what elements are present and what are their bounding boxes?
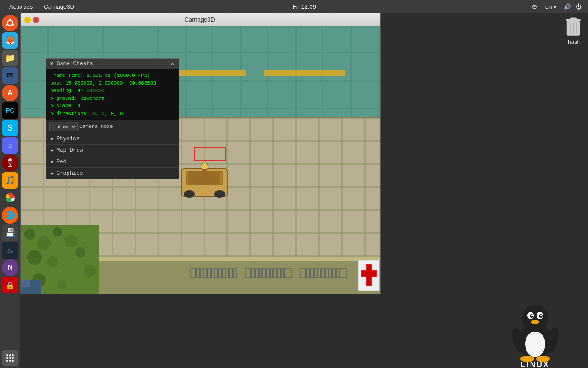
svg-point-98 xyxy=(531,320,539,324)
mapdraw-arrow: ► xyxy=(51,148,54,153)
svg-point-13 xyxy=(6,360,8,362)
cheat-titlebar[interactable]: ▼ Game Cheats × xyxy=(46,59,179,69)
svg-point-27 xyxy=(27,250,42,264)
svg-point-29 xyxy=(75,247,85,258)
dock-steam-icon[interactable]: ♨ xyxy=(2,242,18,259)
svg-rect-51 xyxy=(254,269,256,278)
svg-point-10 xyxy=(6,357,8,359)
cheat-info-panel: Frame Time: 1.000 ms (1000.0 FPS) pos: 1… xyxy=(46,69,179,120)
cheat-menu-ped[interactable]: ► Ped xyxy=(46,156,179,167)
svg-point-81 xyxy=(201,163,208,170)
trash-container[interactable]: Trash xyxy=(562,16,584,45)
dock-appstore-icon[interactable]: A xyxy=(2,85,18,101)
dock-drive-icon[interactable]: 💾 xyxy=(2,224,18,241)
svg-point-32 xyxy=(57,280,67,289)
minimize-button[interactable]: − xyxy=(24,17,31,23)
svg-rect-36 xyxy=(99,257,380,261)
game-window-title: Carnage3D xyxy=(39,16,360,23)
svg-point-12 xyxy=(12,357,14,359)
cheat-controls: Follow Camera mode xyxy=(46,120,179,133)
svg-point-3 xyxy=(12,24,14,26)
svg-point-2 xyxy=(9,19,11,21)
dock-contacts-icon[interactable]: N xyxy=(2,259,18,276)
dock-apps-grid-icon[interactable] xyxy=(2,350,18,366)
svg-point-25 xyxy=(53,227,62,236)
svg-point-96 xyxy=(531,315,533,316)
cheat-close-button[interactable]: × xyxy=(170,61,175,67)
svg-rect-63 xyxy=(313,269,315,278)
network-icon[interactable]: ⊙ xyxy=(531,2,539,11)
game-canvas[interactable]: ▼ Game Cheats × Frame Time: 1.000 ms (10… xyxy=(21,26,380,294)
cheat-menu-mapdraw[interactable]: ► Map Draw xyxy=(46,144,179,156)
cheat-menu-physics[interactable]: ► Physics xyxy=(46,133,179,144)
cheat-info-line5: b slope: 0 xyxy=(50,102,175,110)
cheat-info-line1: Frame Time: 1.000 ms (1000.0 FPS) xyxy=(50,72,175,80)
trash-icon xyxy=(562,16,584,38)
svg-rect-56 xyxy=(272,269,274,278)
vehicle xyxy=(179,162,230,199)
green-patch xyxy=(21,225,99,294)
svg-point-26 xyxy=(65,235,78,247)
top-bar: Activities Carnage3D Fri 12:09 ⊙ en ▾ 🔊 … xyxy=(0,0,588,13)
svg-rect-64 xyxy=(317,269,318,278)
cheat-info-line3: heading: 91.000000 xyxy=(50,87,175,95)
ped-label: Ped xyxy=(57,159,67,165)
cheat-menu-graphics[interactable]: ► Graphics xyxy=(46,167,179,179)
language-indicator[interactable]: en ▾ xyxy=(542,2,560,11)
dock-vlc-icon[interactable]: 🎵 xyxy=(2,172,18,189)
dock-ubuntu-icon[interactable] xyxy=(2,15,18,31)
svg-rect-69 xyxy=(335,269,337,278)
svg-point-91 xyxy=(522,305,548,332)
trash-label: Trash xyxy=(567,39,580,45)
power-icon[interactable]: ⏻ xyxy=(574,2,582,11)
svg-rect-50 xyxy=(250,269,252,278)
svg-rect-70 xyxy=(339,269,340,278)
svg-rect-68 xyxy=(331,269,333,278)
physics-arrow: ► xyxy=(51,137,54,142)
svg-rect-39 xyxy=(199,269,201,278)
cheat-title: ▼ Game Cheats xyxy=(50,61,93,67)
dock-firefox2-icon[interactable]: 🌐 xyxy=(2,207,18,224)
svg-rect-55 xyxy=(269,269,271,278)
close-button[interactable]: × xyxy=(33,17,39,23)
svg-rect-34 xyxy=(21,280,30,287)
svg-point-14 xyxy=(9,360,11,362)
svg-rect-75 xyxy=(362,271,376,276)
dock-skype-icon[interactable]: S xyxy=(2,120,18,136)
dock-files-icon[interactable]: 📁 xyxy=(2,50,18,66)
svg-rect-54 xyxy=(265,269,267,278)
svg-point-11 xyxy=(9,357,11,359)
app-menu-button[interactable]: Carnage3D xyxy=(40,2,78,11)
svg-rect-59 xyxy=(283,269,285,278)
svg-rect-46 xyxy=(225,269,226,278)
svg-rect-43 xyxy=(214,269,215,278)
dock-pycharm-icon[interactable]: PC xyxy=(2,102,18,119)
svg-rect-48 xyxy=(232,269,234,278)
svg-rect-42 xyxy=(210,269,212,278)
follow-dropdown[interactable]: Follow xyxy=(49,122,78,131)
dock-security-icon[interactable]: 🔒 xyxy=(2,277,18,293)
svg-rect-84 xyxy=(570,18,577,20)
cheat-info-line2: pos: 15.928632, 2.000000, 39.668583 xyxy=(50,80,175,87)
cheat-info-line6: b directions: 0, 0, 0, 0 xyxy=(50,110,175,118)
dock-chrome-icon[interactable] xyxy=(2,190,18,206)
dock-thunderbird-icon[interactable]: ✉ xyxy=(2,67,18,84)
dock-wine-icon[interactable]: 🍷 xyxy=(2,155,18,171)
ped-arrow: ► xyxy=(51,160,54,165)
dock-discord-icon[interactable]: ⌂ xyxy=(2,137,18,154)
activities-button[interactable]: Activities xyxy=(4,2,38,11)
camera-mode-label: Camera mode xyxy=(79,124,113,129)
top-bar-left: Activities Carnage3D xyxy=(0,2,78,11)
top-bar-right: ⊙ en ▾ 🔊 ⏻ xyxy=(531,2,588,11)
dock-firefox-icon[interactable]: 🦊 xyxy=(2,32,18,49)
svg-rect-62 xyxy=(309,269,311,278)
svg-rect-52 xyxy=(258,269,260,278)
selection-box xyxy=(194,147,226,161)
volume-icon[interactable]: 🔊 xyxy=(563,2,571,11)
svg-point-80 xyxy=(214,190,225,198)
svg-point-28 xyxy=(47,256,58,267)
svg-point-8 xyxy=(9,354,11,356)
mapdraw-label: Map Draw xyxy=(57,147,83,154)
svg-point-30 xyxy=(84,265,96,277)
graphics-label: Graphics xyxy=(57,170,83,177)
